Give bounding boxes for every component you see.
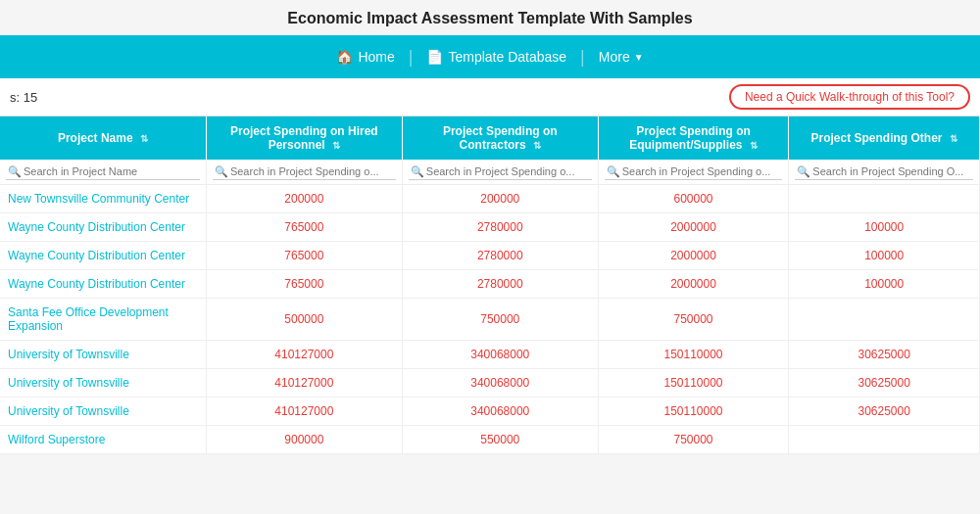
table-row: Wayne County Distribution Center76500027… [0, 213, 980, 242]
cell-equipment: 2000000 [598, 270, 789, 299]
cell-contractors: 2780000 [402, 270, 598, 299]
col-header-project-name[interactable]: Project Name ⇅ [0, 117, 206, 160]
cell-other: 100000 [789, 242, 980, 270]
cell-hired_personnel: 765000 [206, 213, 402, 242]
cell-contractors: 550000 [402, 426, 598, 454]
search-icon-other: 🔍 [797, 165, 810, 178]
cell-equipment: 600000 [598, 185, 789, 213]
search-input-contractors[interactable] [409, 164, 592, 180]
cell-equipment: 2000000 [598, 242, 789, 270]
cell-contractors: 2780000 [402, 213, 598, 242]
subbar: s: 15 Need a Quick Walk-through of this … [0, 78, 980, 117]
col-header-equipment[interactable]: Project Spending on Equipment/Supplies ⇅ [598, 117, 789, 160]
search-icon-hired: 🔍 [215, 165, 228, 178]
row-count: s: 15 [10, 90, 37, 105]
sort-arrows-contractors[interactable]: ⇅ [533, 140, 541, 151]
table-header-row: Project Name ⇅ Project Spending on Hired… [0, 117, 980, 160]
search-cell-hired: 🔍 [206, 160, 402, 185]
cell-equipment: 2000000 [598, 213, 789, 242]
sort-arrows-hired[interactable]: ⇅ [332, 140, 340, 151]
col-header-other-label: Project Spending Other [810, 131, 942, 145]
chevron-down-icon: ▼ [634, 52, 644, 63]
cell-equipment: 150110000 [598, 397, 789, 426]
table-row: University of Townsville4101270003400680… [0, 341, 980, 369]
table-row: University of Townsville4101270003400680… [0, 397, 980, 426]
search-cell-contractors: 🔍 [402, 160, 598, 185]
cell-hired_personnel: 410127000 [206, 397, 402, 426]
walkthrough-button[interactable]: Need a Quick Walk-through of this Tool? [729, 84, 970, 110]
table-body: New Townsville Community Center200000200… [0, 185, 980, 454]
cell-hired_personnel: 765000 [206, 242, 402, 270]
cell-contractors: 200000 [402, 185, 598, 213]
col-header-contractors[interactable]: Project Spending on Contractors ⇅ [402, 117, 598, 160]
col-header-project-name-label: Project Name [58, 131, 133, 145]
nav-template-db-label: Template Database [448, 35, 566, 78]
cell-project_name: New Townsville Community Center [0, 185, 206, 213]
sort-arrows-project-name[interactable]: ⇅ [140, 133, 148, 144]
home-icon: 🏠 [336, 35, 353, 78]
cell-other [789, 426, 980, 454]
data-table-wrapper: Project Name ⇅ Project Spending on Hired… [0, 117, 980, 454]
cell-hired_personnel: 500000 [206, 299, 402, 341]
table-row: Wayne County Distribution Center76500027… [0, 242, 980, 270]
cell-project_name: Santa Fee Office Development Expansion [0, 299, 206, 341]
col-header-hired-label: Project Spending on Hired Personnel [230, 124, 378, 152]
cell-equipment: 150110000 [598, 341, 789, 369]
nav-more-button[interactable]: More ▼ [585, 35, 658, 78]
search-cell-equipment: 🔍 [598, 160, 789, 185]
cell-contractors: 340068000 [402, 397, 598, 426]
cell-other: 30625000 [789, 341, 980, 369]
sort-arrows-equipment[interactable]: ⇅ [750, 140, 758, 151]
cell-hired_personnel: 410127000 [206, 369, 402, 397]
cell-hired_personnel: 765000 [206, 270, 402, 299]
cell-hired_personnel: 200000 [206, 185, 402, 213]
col-header-other[interactable]: Project Spending Other ⇅ [789, 117, 980, 160]
col-header-equipment-label: Project Spending on Equipment/Supplies [629, 124, 751, 152]
cell-project_name: Wayne County Distribution Center [0, 270, 206, 299]
col-header-hired-personnel[interactable]: Project Spending on Hired Personnel ⇅ [206, 117, 402, 160]
search-cell-project-name: 🔍 [0, 160, 206, 185]
page-title: Economic Impact Assessment Template With… [0, 0, 980, 35]
cell-other: 30625000 [789, 397, 980, 426]
table-search-row: 🔍 🔍 🔍 [0, 160, 980, 185]
cell-other: 100000 [789, 270, 980, 299]
nav-more-label: More [599, 49, 630, 65]
search-icon-project-name: 🔍 [8, 165, 22, 178]
cell-other [789, 185, 980, 213]
data-table: Project Name ⇅ Project Spending on Hired… [0, 117, 980, 454]
template-db-icon: 📄 [426, 35, 443, 78]
cell-project_name: Wayne County Distribution Center [0, 213, 206, 242]
cell-other: 30625000 [789, 369, 980, 397]
sort-arrows-other[interactable]: ⇅ [950, 133, 957, 144]
cell-hired_personnel: 900000 [206, 426, 402, 454]
cell-equipment: 750000 [598, 426, 789, 454]
cell-equipment: 750000 [598, 299, 789, 341]
table-row: New Townsville Community Center200000200… [0, 185, 980, 213]
cell-project_name: Wayne County Distribution Center [0, 242, 206, 270]
search-icon-equipment: 🔍 [607, 165, 620, 178]
cell-project_name: Wilford Superstore [0, 426, 206, 454]
nav-template-db[interactable]: 📄 Template Database [413, 35, 580, 78]
table-row: Wilford Superstore900000550000750000 [0, 426, 980, 454]
nav-home-label: Home [358, 35, 394, 78]
cell-contractors: 750000 [402, 299, 598, 341]
search-input-equipment[interactable] [605, 164, 783, 180]
table-row: Wayne County Distribution Center76500027… [0, 270, 980, 299]
cell-contractors: 2780000 [402, 242, 598, 270]
nav-home[interactable]: 🏠 Home [322, 35, 408, 78]
cell-hired_personnel: 410127000 [206, 341, 402, 369]
search-cell-other: 🔍 [789, 160, 980, 185]
cell-contractors: 340068000 [402, 341, 598, 369]
navbar: 🏠 Home | 📄 Template Database | More ▼ [0, 35, 980, 78]
search-input-other[interactable] [795, 164, 973, 180]
cell-other: 100000 [789, 213, 980, 242]
cell-equipment: 150110000 [598, 369, 789, 397]
cell-project_name: University of Townsville [0, 369, 206, 397]
search-icon-contractors: 🔍 [411, 165, 424, 178]
cell-contractors: 340068000 [402, 369, 598, 397]
search-input-project-name[interactable] [6, 164, 200, 180]
cell-project_name: University of Townsville [0, 341, 206, 369]
table-row: Santa Fee Office Development Expansion50… [0, 299, 980, 341]
cell-other [789, 299, 980, 341]
search-input-hired[interactable] [213, 164, 396, 180]
